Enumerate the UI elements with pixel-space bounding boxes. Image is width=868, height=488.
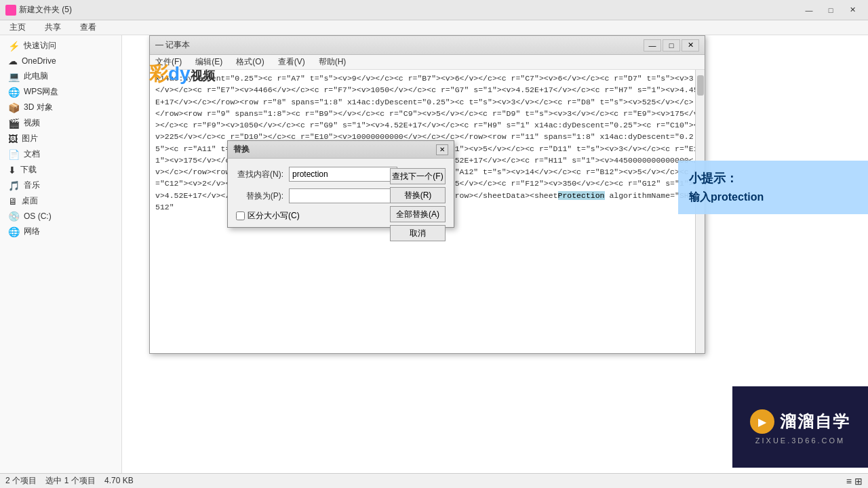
- sidebar-item-3d[interactable]: 📦 3D 对象: [0, 100, 121, 115]
- find-next-button[interactable]: 查找下一个(F): [390, 168, 446, 184]
- downloads-icon: ⬇: [8, 165, 16, 176]
- explorer-sidebar: ⚡ 快速访问 ☁ OneDrive 💻 此电脑 🌐 WPS网盘 📦 3D 对象 …: [0, 35, 122, 473]
- explorer-ribbon: 主页 共享 查看: [0, 20, 868, 35]
- find-input[interactable]: [289, 167, 397, 182]
- editor-menubar: 文件(F) 编辑(E) 格式(O) 查看(V) 帮助(H): [150, 55, 705, 70]
- video-icon: 🎬: [8, 118, 20, 129]
- sidebar-item-downloads[interactable]: ⬇ 下载: [0, 162, 121, 178]
- brand-name: 溜溜自学: [780, 411, 850, 432]
- menu-view[interactable]: 查看(V): [275, 55, 308, 69]
- status-items-count: 2 个项目 选中 1 个项目 4.70 KB: [5, 475, 134, 487]
- highlight-protection: Protection: [558, 191, 605, 200]
- sidebar-item-label: OS (C:): [24, 211, 52, 221]
- sidebar-item-quick[interactable]: ⚡ 快速访问: [0, 38, 121, 54]
- replace-all-button[interactable]: 全部替换(A): [390, 206, 446, 222]
- dialog-close-btn[interactable]: ✕: [436, 144, 448, 155]
- sidebar-item-video[interactable]: 🎬 视频: [0, 115, 121, 131]
- tooltip-title: 小提示：: [689, 170, 857, 186]
- editor-maximize-btn[interactable]: □: [663, 39, 680, 52]
- thispc-icon: 💻: [8, 71, 20, 82]
- ribbon-tab-share[interactable]: 共享: [41, 20, 65, 35]
- sidebar-item-label: 3D 对象: [24, 102, 53, 113]
- sidebar-item-music[interactable]: 🎵 音乐: [0, 178, 121, 193]
- editor-title: — 记事本: [155, 39, 190, 51]
- sidebar-item-pictures[interactable]: 🖼 图片: [0, 131, 121, 146]
- cancel-button[interactable]: 取消: [390, 225, 446, 241]
- onedrive-icon: ☁: [8, 56, 18, 66]
- sidebar-item-wpsdisk[interactable]: 🌐 WPS网盘: [0, 84, 121, 100]
- sidebar-item-label: 桌面: [22, 195, 38, 207]
- brand-play-icon: ▶: [750, 409, 774, 434]
- explorer-icon: [5, 5, 16, 16]
- sidebar-item-label: 网络: [24, 226, 40, 237]
- sidebar-item-thispc[interactable]: 💻 此电脑: [0, 68, 121, 84]
- checkbox-label: 区分大小写(C): [248, 210, 300, 222]
- explorer-titlebar: 新建文件夹 (5) — □ ✕: [0, 0, 868, 20]
- titlebar-left: 新建文件夹 (5): [5, 4, 72, 16]
- sidebar-item-onedrive[interactable]: ☁ OneDrive: [0, 54, 121, 68]
- sidebar-item-label: 快速访问: [24, 40, 56, 52]
- titlebar-controls: — □ ✕: [799, 3, 863, 17]
- tooltip-content: 输入protection: [689, 190, 857, 205]
- list-view-icon[interactable]: ≡: [846, 476, 852, 487]
- find-label: 查找内容(N):: [236, 169, 283, 180]
- ribbon-tab-home[interactable]: 主页: [5, 20, 30, 35]
- editor-controls: — □ ✕: [644, 39, 699, 52]
- grid-view-icon[interactable]: ⊞: [854, 476, 863, 487]
- quick-access-icon: ⚡: [8, 41, 20, 52]
- replace-dialog: 替换 ✕ 查找内容(N): 替换为(P): 区分大小写(C): [227, 140, 454, 228]
- 3d-icon: 📦: [8, 102, 20, 113]
- music-icon: 🎵: [8, 180, 20, 191]
- replace-button[interactable]: 替换(R): [390, 187, 446, 203]
- brand-logo-top: ▶ 溜溜自学: [750, 409, 850, 434]
- sidebar-item-label: 此电脑: [24, 70, 48, 82]
- sidebar-item-label: 下载: [20, 164, 37, 176]
- sidebar-item-desktop[interactable]: 🖥 桌面: [0, 193, 121, 209]
- replace-input[interactable]: [289, 188, 397, 203]
- brand-subtitle: ZIXUE.3D66.COM: [755, 436, 845, 445]
- explorer-statusbar: 2 个项目 选中 1 个项目 4.70 KB ≡ ⊞: [0, 473, 868, 488]
- logo-text: 彩dy视频: [149, 63, 215, 84]
- menu-help[interactable]: 帮助(H): [316, 55, 349, 69]
- maximize-button[interactable]: □: [821, 3, 841, 17]
- editor-close-btn[interactable]: ✕: [682, 39, 699, 52]
- sidebar-item-network[interactable]: 🌐 网络: [0, 224, 121, 239]
- network-icon: 🌐: [8, 226, 20, 237]
- wpsdisk-icon: 🌐: [8, 87, 20, 98]
- sidebar-item-docs[interactable]: 📄 文档: [0, 146, 121, 162]
- osdisk-icon: 💿: [8, 211, 20, 222]
- case-sensitive-checkbox[interactable]: [236, 211, 245, 220]
- editor-minimize-btn[interactable]: —: [644, 39, 661, 52]
- scrollbar-thumb: [697, 75, 704, 96]
- header-logo: 彩dy视频: [149, 61, 215, 87]
- sidebar-item-label: 文档: [24, 148, 40, 160]
- tooltip-overlay: 小提示： 输入protection: [678, 161, 868, 214]
- dialog-titlebar: 替换 ✕: [228, 141, 454, 159]
- sidebar-item-label: 视频: [24, 117, 40, 129]
- docs-icon: 📄: [8, 149, 20, 160]
- menu-format[interactable]: 格式(O): [233, 55, 267, 69]
- statusbar-view-icons: ≡ ⊞: [846, 476, 863, 487]
- pictures-icon: 🖼: [8, 134, 18, 144]
- desktop-icon: 🖥: [8, 196, 18, 207]
- dialog-body: 查找内容(N): 替换为(P): 区分大小写(C) 查找下一个(F) 替换(R): [228, 159, 454, 227]
- minimize-button[interactable]: —: [799, 3, 819, 17]
- ribbon-tab-view[interactable]: 查看: [76, 20, 100, 35]
- brand-logo: ▶ 溜溜自学 ZIXUE.3D66.COM: [732, 386, 868, 468]
- close-button[interactable]: ✕: [842, 3, 863, 17]
- dialog-title: 替换: [233, 144, 250, 155]
- sidebar-item-label: WPS网盘: [24, 86, 58, 98]
- sidebar-item-label: 音乐: [24, 180, 40, 191]
- editor-titlebar: — 记事本 — □ ✕: [150, 36, 705, 55]
- sidebar-item-label: 图片: [22, 133, 38, 144]
- dialog-buttons: 查找下一个(F) 替换(R) 全部替换(A) 取消: [390, 168, 446, 241]
- window-title: 新建文件夹 (5): [19, 4, 72, 16]
- sidebar-item-label: OneDrive: [22, 56, 56, 66]
- sidebar-item-osdisk[interactable]: 💿 OS (C:): [0, 209, 121, 224]
- replace-label: 替换为(P):: [236, 190, 283, 202]
